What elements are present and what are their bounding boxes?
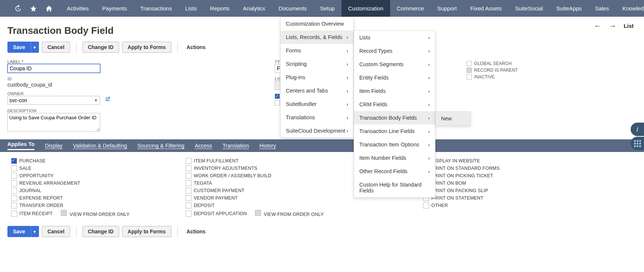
nav-item-documents[interactable]: Documents bbox=[272, 0, 314, 17]
tab-validation-defaulting[interactable]: Validation & Defaulting bbox=[73, 143, 127, 149]
menu-item-scripting[interactable]: Scripting› bbox=[281, 57, 353, 71]
checkbox-revenue-arrangement[interactable] bbox=[11, 180, 17, 186]
menu-item-lists[interactable]: Lists› bbox=[354, 31, 435, 44]
menu-item-centers-and-tabs[interactable]: Centers and Tabs› bbox=[281, 84, 353, 97]
nav-item-support[interactable]: Support bbox=[431, 0, 464, 17]
checkbox-other[interactable] bbox=[423, 203, 429, 208]
menu-item-custom-help-for-standard-fields[interactable]: Custom Help for Standard Fields bbox=[354, 178, 435, 197]
tab-history[interactable]: History bbox=[259, 143, 276, 149]
nav-item-payments[interactable]: Payments bbox=[95, 0, 134, 17]
nav-item-suiteapps[interactable]: SuiteApps bbox=[550, 0, 588, 17]
checkbox-opportunity[interactable] bbox=[11, 173, 17, 179]
menu-item-suitecloud-development[interactable]: SuiteCloud Development› bbox=[281, 124, 353, 137]
checkbox-item-fulfillment[interactable] bbox=[186, 158, 192, 164]
prev-record-button[interactable]: ← bbox=[594, 22, 601, 30]
change-id-button[interactable]: Change ID bbox=[82, 42, 119, 53]
list-link[interactable]: List bbox=[624, 23, 634, 29]
global-search-checkbox[interactable] bbox=[467, 61, 472, 66]
checkbox-sale[interactable] bbox=[11, 165, 17, 171]
show-in-list-checkbox[interactable] bbox=[275, 100, 280, 106]
home-icon[interactable] bbox=[45, 5, 53, 12]
owner-select[interactable] bbox=[7, 96, 100, 105]
cancel-button[interactable]: Cancel bbox=[42, 42, 70, 53]
nav-item-sales[interactable]: Sales bbox=[588, 0, 616, 17]
checkbox-item-receipt[interactable] bbox=[11, 211, 17, 217]
menu-item-new[interactable]: New bbox=[436, 112, 470, 125]
star-icon[interactable] bbox=[30, 5, 37, 12]
save-button[interactable]: Save bbox=[7, 42, 31, 53]
menu-item-transaction-item-options[interactable]: Transaction Item Options› bbox=[354, 138, 435, 151]
nav-item-fixed-assets[interactable]: Fixed Assets bbox=[464, 0, 509, 17]
subtab-strip: Applies ToDisplayValidation & Defaulting… bbox=[0, 139, 644, 152]
apply-to-forms-button-bottom[interactable]: Apply to Forms bbox=[122, 226, 171, 237]
tab-access[interactable]: Access bbox=[195, 143, 212, 149]
nav-item-analytics[interactable]: Analytics bbox=[236, 0, 272, 17]
description-textarea[interactable] bbox=[7, 113, 100, 132]
actions-menu[interactable]: Actions bbox=[184, 44, 206, 50]
record-is-parent-checkbox[interactable] bbox=[467, 68, 472, 73]
nav-item-reports[interactable]: Reports bbox=[203, 0, 236, 17]
menu-item-plug-ins[interactable]: Plug-ins› bbox=[281, 71, 353, 84]
nav-item-transactions[interactable]: Transactions bbox=[134, 0, 179, 17]
cancel-button-bottom[interactable]: Cancel bbox=[42, 226, 70, 237]
menu-item-record-types[interactable]: Record Types› bbox=[354, 44, 435, 58]
checkbox-work-order-assembly-build[interactable] bbox=[186, 173, 192, 179]
nav-item-commerce[interactable]: Commerce bbox=[390, 0, 431, 17]
checkbox-vendor-payment[interactable] bbox=[186, 195, 192, 201]
menu-item-lists-records-fields[interactable]: Lists, Records, & Fields› bbox=[281, 30, 353, 44]
checkbox-purchase[interactable] bbox=[11, 158, 17, 164]
checkbox-tegata[interactable] bbox=[186, 180, 192, 186]
next-record-button[interactable]: → bbox=[609, 22, 616, 30]
save-dropdown-button[interactable]: ▾ bbox=[31, 42, 39, 53]
nav-item-setup[interactable]: Setup bbox=[313, 0, 341, 17]
history-icon[interactable] bbox=[14, 5, 22, 12]
checkbox-view-from-order-only[interactable] bbox=[255, 210, 261, 216]
customization-menu[interactable]: Customization OverviewLists, Records, & … bbox=[280, 17, 354, 138]
menu-item-entity-fields[interactable]: Entity Fields› bbox=[354, 71, 435, 84]
checkbox-transfer-order[interactable] bbox=[11, 203, 17, 208]
menu-item-other-record-fields[interactable]: Other Record Fields› bbox=[354, 165, 435, 178]
checkbox-view-from-order-only[interactable] bbox=[61, 210, 67, 216]
checkbox-inventory-adjustments[interactable] bbox=[186, 165, 192, 171]
inactive-checkbox[interactable] bbox=[467, 74, 472, 80]
save-dropdown-button-bottom[interactable]: ▾ bbox=[31, 226, 39, 237]
menu-item-translations[interactable]: Translations› bbox=[281, 111, 353, 124]
transaction-body-fields-submenu[interactable]: New bbox=[435, 111, 471, 126]
menu-item-crm-fields[interactable]: CRM Fields› bbox=[354, 98, 435, 111]
menu-item-customization-overview[interactable]: Customization Overview bbox=[281, 17, 353, 30]
actions-menu-bottom[interactable]: Actions bbox=[184, 229, 206, 234]
nav-item-lists[interactable]: Lists bbox=[179, 0, 203, 17]
label-input[interactable] bbox=[7, 64, 100, 73]
tab-applies-to[interactable]: Applies To bbox=[7, 141, 35, 150]
nav-item-knowledge-base[interactable]: Knowledge Base bbox=[616, 0, 644, 17]
checkbox-customer-payment[interactable] bbox=[186, 188, 192, 194]
menu-item-suitebundler[interactable]: SuiteBundler› bbox=[281, 97, 353, 111]
menu-item-item-fields[interactable]: Item Fields› bbox=[354, 84, 435, 98]
menu-item-custom-segments[interactable]: Custom Segments› bbox=[354, 58, 435, 71]
open-external-icon[interactable] bbox=[105, 96, 111, 102]
nav-item-customization[interactable]: Customization bbox=[341, 0, 390, 17]
menu-item-transaction-body-fields[interactable]: Transaction Body Fields› bbox=[354, 111, 435, 124]
top-nav: ActivitiesPaymentsTransactionsListsRepor… bbox=[0, 0, 644, 17]
tab-sourcing-filtering[interactable]: Sourcing & Filtering bbox=[137, 143, 184, 149]
checkbox-deposit-application[interactable] bbox=[186, 211, 192, 217]
help-widget[interactable]: i bbox=[631, 123, 644, 150]
apply-to-forms-button[interactable]: Apply to Forms bbox=[122, 42, 171, 53]
lists-records-fields-submenu[interactable]: Lists›Record Types›Custom Segments›Entit… bbox=[354, 30, 435, 198]
nav-item-suitesocial[interactable]: SuiteSocial bbox=[509, 0, 550, 17]
menu-item-forms[interactable]: Forms› bbox=[281, 44, 353, 57]
nav-item-activities[interactable]: Activities bbox=[60, 0, 95, 17]
apps-icon[interactable] bbox=[631, 137, 644, 150]
checkbox-expense-report[interactable] bbox=[11, 195, 17, 201]
checkbox-deposit[interactable] bbox=[186, 203, 192, 208]
label-caption: LABEL bbox=[7, 59, 20, 64]
tab-display[interactable]: Display bbox=[45, 143, 63, 149]
tab-translation[interactable]: Translation bbox=[223, 143, 249, 149]
store-value-checkbox[interactable] bbox=[275, 94, 280, 99]
menu-item-item-number-fields[interactable]: Item Number Fields› bbox=[354, 151, 435, 165]
info-icon[interactable]: i bbox=[631, 123, 644, 136]
change-id-button-bottom[interactable]: Change ID bbox=[82, 226, 119, 237]
menu-item-transaction-line-fields[interactable]: Transaction Line Fields› bbox=[354, 124, 435, 138]
save-button-bottom[interactable]: Save bbox=[7, 226, 31, 237]
checkbox-journal[interactable] bbox=[11, 188, 17, 194]
